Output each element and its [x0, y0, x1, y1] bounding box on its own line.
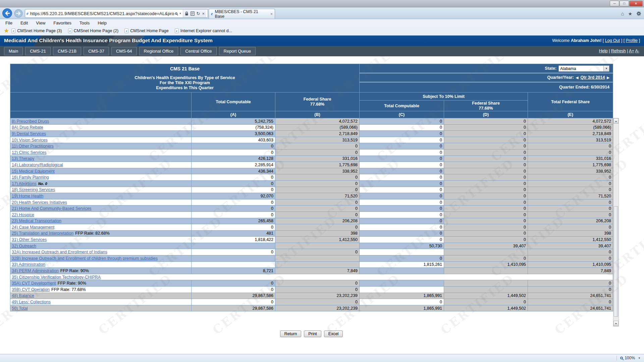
url-bar[interactable]: e https://65.220.21.9/MBESCBES/CMS21/CMS… [25, 9, 208, 18]
table-scrollbar[interactable]: ▲ ▼ [613, 118, 619, 326]
scrollbar-thumb[interactable] [614, 206, 618, 317]
row-link[interactable]: 31) Other Services [12, 237, 47, 242]
menu-file[interactable]: File [5, 20, 12, 25]
cell-d: 0 [444, 237, 528, 243]
nav-item-cms-37[interactable]: CMS-37 [84, 47, 109, 55]
row-link[interactable]: 23) Medical Transportation [12, 219, 61, 223]
favorite-link[interactable]: eCMSnet Home Page [124, 28, 169, 33]
compatibility-view-icon[interactable] [191, 11, 195, 16]
logout-link[interactable]: Log Out [605, 38, 620, 43]
nav-item-cms-64[interactable]: CMS-64 [111, 47, 137, 55]
row-link[interactable]: 8A) Drug Rebate [12, 125, 43, 130]
nav-item-report-queue[interactable]: Report Queue [219, 47, 256, 55]
row-link[interactable]: 24) Case Management [12, 225, 54, 230]
cell-a: 5,242,755 [192, 118, 275, 125]
nav-link-help[interactable]: Help [599, 49, 608, 53]
row-link[interactable]: 25) Translation and Interpretation [12, 231, 73, 236]
row-link[interactable]: 15) Medical Equipment [12, 169, 55, 174]
row-link[interactable]: 20) Health Services Initiatives [12, 200, 67, 205]
favorites-star-icon[interactable]: ★ [628, 11, 632, 16]
row-link[interactable]: 32) Outreach [12, 244, 36, 248]
row-link[interactable]: 35) Citizenship Verification Technology-… [12, 275, 101, 280]
row-link[interactable]: 14) Laboratory/Radiological [12, 163, 63, 167]
zoom-dropdown-icon[interactable]: ▼ [638, 357, 641, 360]
search-dropdown-icon[interactable]: ▼ [179, 12, 182, 15]
row-link[interactable]: 9) Dental Services [12, 131, 46, 136]
welcome-prefix: Welcome [552, 38, 570, 43]
return-button[interactable]: Return [280, 330, 302, 337]
stop-icon[interactable]: × [202, 11, 205, 16]
nav-link-a-[interactable]: A- [635, 49, 640, 53]
menu-view[interactable]: View [36, 20, 45, 25]
row-link[interactable]: 22) Hospice [12, 213, 34, 217]
zoom-control[interactable]: 100% ▼ [616, 356, 641, 360]
browser-tab[interactable]: e MBES/CBES - CMS 21 Base × [209, 9, 275, 19]
tab-close-icon[interactable]: × [270, 12, 273, 16]
row-link[interactable]: 35A) CVT Development [12, 281, 56, 286]
state-select-dropdown-icon[interactable]: ▼ [603, 66, 609, 71]
cell-e: 0 [528, 280, 613, 287]
scroll-down-icon[interactable]: ▼ [613, 321, 619, 326]
report-controls-cell: State: Alabama ▼ Quarter/Year: ◀Qtr 3rd … [360, 64, 613, 93]
window-close-button[interactable]: × [629, 1, 643, 6]
home-icon[interactable]: ⌂ [621, 11, 624, 16]
cell-b: 7,849 [275, 268, 360, 274]
window-minimize-button[interactable]: ─ [610, 1, 619, 6]
menu-edit[interactable]: Edit [20, 20, 28, 25]
quarter-next-icon[interactable]: ▶ [607, 76, 609, 79]
nav-link-refresh[interactable]: Refresh [611, 49, 626, 53]
menu-favorites[interactable]: Favorites [53, 20, 71, 25]
row-link[interactable]: 48) Balance [12, 293, 34, 298]
scroll-up-icon[interactable]: ▲ [613, 118, 619, 124]
profile-link[interactable]: Profile [626, 38, 638, 43]
row-link[interactable]: 33) Administration [12, 262, 45, 267]
quarter-prev-icon[interactable]: ◀ [576, 76, 579, 79]
row-link[interactable]: 13) Therapy [12, 156, 34, 161]
nav-item-cms-21b[interactable]: CMS-21B [53, 47, 81, 55]
row-link[interactable]: 49) Less: Collections [12, 300, 51, 304]
row-link[interactable]: 34) PERM Administration [12, 268, 59, 273]
row-link[interactable]: 21) Home And Community-Based Services [12, 206, 92, 211]
state-select[interactable]: Alabama ▼ [558, 65, 609, 72]
row-link[interactable]: 32A) Increased Outreach and Enrollment o… [12, 250, 107, 254]
state-label: State: [545, 66, 556, 71]
row-link[interactable]: 11) Other Practitioners [12, 144, 54, 148]
nav-link-a-[interactable]: A+ [629, 49, 634, 53]
menu-help[interactable]: Help [98, 20, 107, 25]
back-button[interactable] [2, 8, 12, 18]
nav-item-regional-office[interactable]: Regional Office [139, 47, 178, 55]
nav-item-main[interactable]: Main [4, 47, 23, 55]
favorite-link[interactable]: eInternet Explorer cannot d... [175, 28, 232, 33]
row-link[interactable]: 19) Home Health [12, 194, 44, 198]
forward-button[interactable] [14, 9, 23, 18]
row-link[interactable]: 10) Vision Services [12, 138, 48, 142]
nav-item-cms-21[interactable]: CMS-21 [25, 47, 51, 55]
row-link[interactable]: 16) Family Planning [12, 175, 49, 180]
print-button[interactable]: Print [304, 330, 321, 337]
letter-b: (B) [275, 111, 360, 118]
cell-c: 0 [360, 255, 444, 262]
window-maximize-button[interactable]: □ [620, 1, 629, 6]
nav-item-central-office[interactable]: Central Office [180, 47, 216, 55]
excel-button[interactable]: Excel [324, 330, 343, 337]
menu-tools[interactable]: Tools [79, 20, 90, 25]
row-link[interactable]: 35B) CVT Operation [12, 287, 50, 292]
row-label-cell: 35A) CVT DevelopmentFFP Rate: 90% [10, 280, 192, 287]
refresh-icon[interactable]: ↻ [197, 11, 200, 16]
cell-c: 0 [360, 193, 444, 199]
cell-c: 0 [360, 237, 444, 243]
row-link[interactable]: 50) Total [12, 306, 28, 311]
row-link[interactable]: 18) Screening Services [12, 187, 55, 192]
row-link[interactable]: 17) Abortions [12, 181, 37, 186]
row-label-cell: 19) Home Health [10, 193, 192, 199]
row-link[interactable]: 8) Prescribed Drugs [12, 119, 49, 124]
row-link[interactable]: 12) Clinic Services [12, 150, 47, 155]
search-icon[interactable] [175, 12, 177, 15]
row-link[interactable]: 32B) Increase Outreach and Enrollment of… [12, 256, 158, 261]
quarter-value-link[interactable]: Qtr 3rd 2014 [580, 75, 605, 80]
gear-icon[interactable] [636, 11, 641, 16]
cell-c: 1,815,261 [360, 261, 444, 268]
favorite-link[interactable]: eCMSnet Home Page (2) [68, 28, 118, 33]
add-favorites-icon[interactable]: ★ [4, 27, 9, 34]
favorite-link[interactable]: eCMSnet Home Page (3) [11, 28, 62, 33]
